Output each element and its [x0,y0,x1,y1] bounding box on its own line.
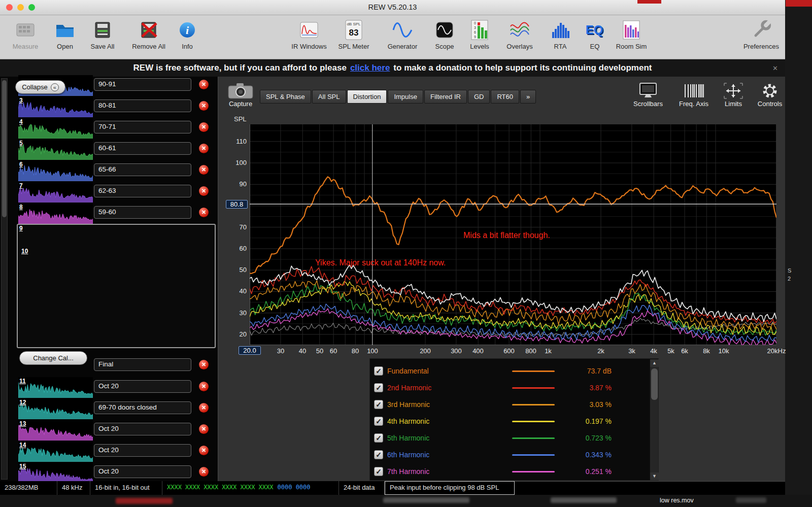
delete-measurement-button[interactable]: ✕ [199,144,209,153]
scroll-down-icon[interactable]: ▼ [650,472,659,480]
controls-button[interactable]: Controls [747,81,793,108]
measurement-thumb-box[interactable] [18,182,93,202]
collapse-button[interactable]: Collapse « [15,80,65,94]
measurement-thumbnail[interactable] [18,377,93,398]
measurement-name-field[interactable]: 90-91 [94,78,191,91]
measurement-row[interactable]: 11Oct 20✕ [0,377,217,398]
delete-measurement-button[interactable]: ✕ [199,122,209,132]
measurement-name-field[interactable]: Oct 20 [94,444,191,457]
capture-button[interactable]: Capture [218,81,263,108]
donation-link[interactable]: click here [350,63,390,73]
measurement-row[interactable]: 380-81✕ [0,96,217,117]
measurement-thumb-box[interactable] [18,139,93,160]
levels-button[interactable]: 0369 Levels [458,17,501,50]
measurement-row[interactable]: 14Oct 20✕ [0,441,217,462]
measurement-thumbnail[interactable] [18,203,93,224]
delete-measurement-button[interactable]: ✕ [199,165,209,175]
measurement-thumbnail[interactable] [18,462,93,483]
legend-checkbox[interactable]: ✓ [374,467,383,476]
legend-scrollbar[interactable]: ▲ ▼ [650,359,658,480]
measurement-thumbnail[interactable] [18,398,93,419]
measurement-thumb-box[interactable] [18,118,93,139]
measurement-thumb-box[interactable] [18,203,93,224]
measurement-name-field[interactable]: Oct 20 [94,423,191,435]
delete-measurement-button[interactable]: ✕ [199,101,209,111]
room-sim-button[interactable]: Room Sim [610,17,653,50]
measurement-row[interactable]: 560-61✕ [0,139,217,160]
measurement-thumbnail[interactable] [18,118,93,139]
measurement-thumb-box[interactable] [18,160,93,181]
delete-measurement-button[interactable]: ✕ [199,186,209,196]
close-window-button[interactable] [6,4,13,11]
measurement-row[interactable]: 1269-70 doors closed✕ [0,398,217,419]
measurement-row[interactable]: 13Oct 20✕ [0,419,217,441]
scroll-up-icon[interactable]: ▲ [650,359,659,367]
overlays-button[interactable]: Overlays [498,17,541,50]
delete-measurement-button[interactable]: ✕ [199,424,209,434]
measurement-thumbnail[interactable] [18,182,93,202]
preferences-button[interactable]: Preferences [740,17,783,50]
freq-axis-button[interactable]: Freq. Axis [671,81,717,108]
measurement-name-field[interactable]: 60-61 [94,142,191,155]
measurement-name-field[interactable]: Oct 20 [94,380,191,393]
measurement-thumb-box[interactable] [18,441,93,462]
measurement-thumbnail[interactable] [18,441,93,462]
legend-checkbox[interactable]: ✓ [374,400,383,409]
delete-measurement-button[interactable]: ✕ [199,80,209,89]
change-cal-button[interactable]: Change Cal... [19,351,87,365]
legend-checkbox[interactable]: ✓ [374,366,383,376]
legend-checkbox[interactable]: ✓ [374,450,383,459]
tab-filtered-ir[interactable]: Filtered IR [424,90,467,104]
scrollbar-thumb[interactable] [651,368,658,400]
ir-windows-button[interactable]: IR Windows [288,17,330,50]
measurement-name-field[interactable]: 65-66 [94,163,191,176]
measurement-thumbnail[interactable] [18,160,93,181]
banner-close-icon[interactable]: ✕ [772,64,778,72]
delete-measurement-button[interactable]: ✕ [199,360,209,369]
tab-more[interactable]: » [520,90,536,104]
minimize-window-button[interactable] [17,4,24,11]
scrollbars-button[interactable]: Scrollbars [625,81,671,108]
tab-impulse[interactable]: Impulse [388,90,423,104]
legend-checkbox[interactable]: ✓ [374,417,383,426]
save-all-button[interactable]: Save All [81,17,124,50]
measurement-name-field[interactable]: 62-63 [94,185,191,197]
tab-spl-phase[interactable]: SPL & Phase [260,90,311,104]
generator-button[interactable]: Generator [381,17,424,50]
delete-measurement-button[interactable]: ✕ [199,208,209,217]
delete-measurement-button[interactable]: ✕ [199,382,209,391]
measurement-row[interactable]: 470-71✕ [0,117,217,139]
measurement-thumb-box[interactable] [18,462,93,483]
measure-button[interactable]: Measure [4,17,47,50]
measurement-name-field[interactable]: Oct 20 [94,465,191,478]
measurement-row[interactable]: 762-63✕ [0,181,217,202]
delete-measurement-button[interactable]: ✕ [199,403,209,413]
info-button[interactable]: i Info [166,17,209,50]
measurement-thumbnail[interactable] [18,139,93,160]
remove-all-button[interactable]: Remove All [127,17,170,50]
legend-checkbox[interactable]: ✓ [374,383,383,392]
measurement-thumb-box[interactable] [18,420,93,441]
measurement-thumb-box[interactable] [18,398,93,419]
measurement-thumbnail[interactable] [18,420,93,441]
tab-distortion[interactable]: Distortion [347,90,387,104]
delete-measurement-button[interactable]: ✕ [199,446,209,455]
measurement-row[interactable]: 665-66✕ [0,160,217,181]
measurement-thumb-box[interactable] [18,377,93,398]
open-button[interactable]: Open [44,17,86,50]
measurement-name-field[interactable]: 80-81 [94,99,191,112]
measurement-name-field[interactable]: Final [94,358,191,371]
measurement-row[interactable]: 859-60✕ [0,202,217,224]
measurement-name-field[interactable]: 70-71 [94,121,191,133]
measurement-row[interactable]: 15Oct 20✕ [0,462,217,483]
spl-meter-button[interactable]: dB SPL83 SPL Meter [332,17,375,50]
tab-rt60[interactable]: RT60 [491,90,519,104]
measurement-name-field[interactable]: 69-70 doors closed [94,401,191,414]
delete-measurement-button[interactable]: ✕ [199,467,209,477]
measurement-name-field[interactable]: 59-60 [94,206,191,219]
legend-checkbox[interactable]: ✓ [374,433,383,443]
measurement-thumb-box[interactable] [18,96,93,117]
zoom-window-button[interactable] [28,4,35,11]
tab-all-spl[interactable]: All SPL [312,90,346,104]
measurement-thumbnail[interactable] [18,96,93,117]
